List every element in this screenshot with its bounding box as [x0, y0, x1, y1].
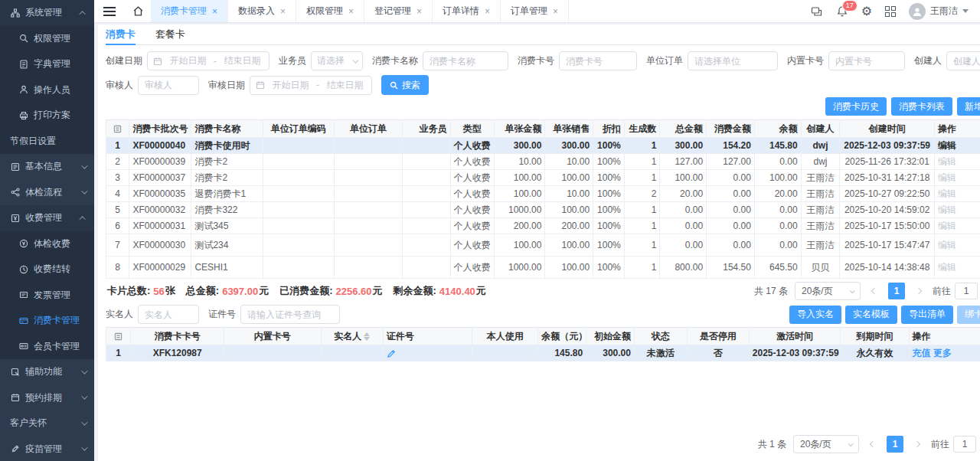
- topbar-right: 17 ⚙ 王雨洁: [811, 0, 980, 22]
- close-icon[interactable]: ×: [280, 7, 286, 16]
- table-row[interactable]: 1 XF00000040 消费卡使用时 个人收费 300.00 300.00 1…: [106, 138, 980, 154]
- sidebar-item-dictionary[interactable]: 字典管理: [0, 51, 94, 77]
- sidebar-item-member-card[interactable]: 会员卡管理: [0, 334, 94, 360]
- edit-link-disabled[interactable]: 编辑: [934, 257, 980, 279]
- audit-date-label: 审核日期: [208, 79, 245, 92]
- sidebar-item-basic-info[interactable]: 基本信息: [0, 154, 94, 180]
- select-column-icon[interactable]: [106, 120, 129, 138]
- recharge-link[interactable]: 充值: [913, 348, 931, 358]
- search-icon: [390, 81, 398, 90]
- total-amount-value: 6397.00: [222, 286, 258, 297]
- sidebar-item-fee-management[interactable]: 收费管理: [0, 205, 94, 231]
- table-row[interactable]: 3 XF00000037 消费卡2 个人收费 100.00 100.00 100…: [106, 170, 980, 186]
- apps-grid-icon[interactable]: [885, 6, 896, 17]
- realname-sortable-header[interactable]: 实名人: [321, 328, 383, 345]
- more-link[interactable]: 更多: [933, 348, 952, 358]
- current-page[interactable]: 1: [887, 436, 903, 453]
- sidebar-item-system-management[interactable]: 系统管理: [0, 0, 94, 26]
- messages-icon[interactable]: [811, 5, 823, 18]
- edit-link-disabled[interactable]: 编辑: [934, 186, 980, 202]
- sidebar-item-print-plan[interactable]: 打印方案: [0, 103, 94, 129]
- transfer-icon: [18, 264, 28, 274]
- table-row[interactable]: 1 XFK120987 145.80 300.00 未激活 否 2025: [106, 345, 980, 361]
- select-column-icon[interactable]: [106, 328, 131, 345]
- close-icon[interactable]: ×: [348, 7, 354, 16]
- current-page[interactable]: 1: [888, 283, 905, 299]
- sidebar-item-vaccine[interactable]: 疫苗管理: [0, 436, 94, 461]
- edit-link-disabled[interactable]: 编辑: [934, 234, 980, 257]
- sidebar-item-holiday-settings[interactable]: 节假日设置: [0, 129, 94, 155]
- close-icon[interactable]: ×: [416, 7, 422, 16]
- subtab-consumption-card[interactable]: 消费卡: [106, 25, 136, 44]
- prev-page-button[interactable]: [866, 436, 880, 452]
- sidebar-item-customer-care[interactable]: 客户关怀: [0, 410, 94, 436]
- tab-permission[interactable]: 权限管理 ×: [296, 0, 364, 22]
- notifications-bell-icon[interactable]: 17: [836, 5, 848, 18]
- internal-no-input[interactable]: [828, 51, 905, 70]
- next-page-button[interactable]: [912, 283, 926, 299]
- menu-toggle-icon[interactable]: [94, 0, 125, 22]
- tab-order-detail[interactable]: 订单详情 ×: [433, 0, 501, 22]
- table-row[interactable]: 7 XF00000030 测试234 个人收费 100.00 100.00 10…: [106, 234, 980, 257]
- settings-gear-icon[interactable]: ⚙: [861, 5, 872, 18]
- edit-link-disabled[interactable]: 编辑: [934, 138, 980, 154]
- close-icon[interactable]: ×: [553, 7, 558, 16]
- sidebar-item-exam-flow[interactable]: 体检流程: [0, 180, 94, 206]
- edit-link-disabled[interactable]: 编辑: [934, 218, 980, 234]
- consumed-amount-value: 2256.60: [336, 286, 372, 297]
- edit-link-disabled[interactable]: 编辑: [934, 170, 980, 186]
- sidebar-item-assist-functions[interactable]: 辅助功能: [0, 359, 94, 385]
- tab-consumption-card[interactable]: 消费卡管理 ×: [151, 0, 228, 22]
- card-name-input[interactable]: [423, 51, 508, 70]
- page-size-select[interactable]: 20条/页: [795, 282, 861, 300]
- sidebar-item-operators[interactable]: 操作人员: [0, 77, 94, 103]
- realname-input[interactable]: [138, 305, 199, 324]
- goto-page-input[interactable]: [955, 283, 978, 299]
- search-button[interactable]: 搜索: [381, 75, 429, 95]
- sidebar-item-appointment[interactable]: 预约排期: [0, 385, 94, 411]
- fee-icon: [10, 213, 20, 223]
- unit-order-input[interactable]: [688, 51, 778, 70]
- audit-date-range-picker[interactable]: 开始日期 - 结束日期: [250, 76, 372, 95]
- sidebar-item-fee-transfer[interactable]: 收费结转: [0, 257, 94, 283]
- subtab-package-card[interactable]: 套餐卡: [155, 25, 185, 44]
- edit-link-disabled[interactable]: 编辑: [934, 202, 980, 218]
- close-icon[interactable]: ×: [485, 7, 490, 16]
- card-list-button[interactable]: 消费卡列表: [891, 97, 952, 116]
- id-number-input[interactable]: [240, 305, 340, 324]
- tab-registration[interactable]: 登记管理 ×: [364, 0, 433, 22]
- sort-icon[interactable]: [364, 332, 370, 341]
- tab-order-management[interactable]: 订单管理 ×: [501, 0, 569, 22]
- table-row[interactable]: 5 XF00000032 消费卡322 个人收费 1000.00 100.00 …: [106, 202, 980, 218]
- import-realname-button[interactable]: 导入实名: [789, 306, 841, 324]
- tab-data-entry[interactable]: 数据录入 ×: [228, 0, 296, 22]
- table-row[interactable]: 6 XF00000031 测试345 个人收费 200.00 200.00 10…: [106, 218, 980, 234]
- edit-link-disabled[interactable]: 编辑: [934, 154, 980, 170]
- home-icon[interactable]: [125, 0, 151, 22]
- table-row[interactable]: 8 XF00000029 CESHI1 个人收费 1000.00 100.00 …: [106, 257, 980, 279]
- auditor-input[interactable]: [138, 76, 199, 95]
- export-list-button[interactable]: 导出清单: [901, 306, 953, 324]
- sidebar-item-exam-fee[interactable]: 体检收费: [0, 231, 94, 257]
- table-row[interactable]: 2 XF00000039 消费卡2 个人收费 10.00 10.00 100%: [106, 154, 980, 170]
- sidebar-item-consumption-card[interactable]: 消费卡管理: [0, 308, 94, 334]
- close-icon[interactable]: ×: [212, 7, 217, 16]
- prev-page-button[interactable]: [867, 283, 881, 299]
- add-button[interactable]: 新增: [957, 97, 980, 116]
- bind-card-button[interactable]: 绑卡: [957, 306, 980, 324]
- create-date-range-picker[interactable]: 开始日期 - 结束日期: [147, 51, 270, 70]
- table-row[interactable]: 4 XF00000035 退费消费卡1 个人收费 100.00 10.00 10…: [106, 186, 980, 202]
- creator-input[interactable]: [946, 51, 980, 70]
- salesman-select[interactable]: 请选择: [311, 51, 363, 70]
- sidebar-item-permission[interactable]: 权限管理: [0, 26, 94, 52]
- edit-id-icon[interactable]: [383, 345, 472, 361]
- sidebar-item-invoice[interactable]: 发票管理: [0, 283, 94, 309]
- goto-page-input[interactable]: [953, 436, 976, 453]
- auditor-label: 审核人: [106, 79, 133, 92]
- user-menu[interactable]: 王雨洁: [909, 3, 969, 20]
- card-no-input[interactable]: [559, 51, 637, 70]
- realname-template-button[interactable]: 实名模板: [845, 306, 897, 324]
- next-page-button[interactable]: [910, 436, 924, 452]
- page-size-select[interactable]: 20条/页: [793, 435, 859, 453]
- card-history-button[interactable]: 消费卡历史: [825, 97, 887, 116]
